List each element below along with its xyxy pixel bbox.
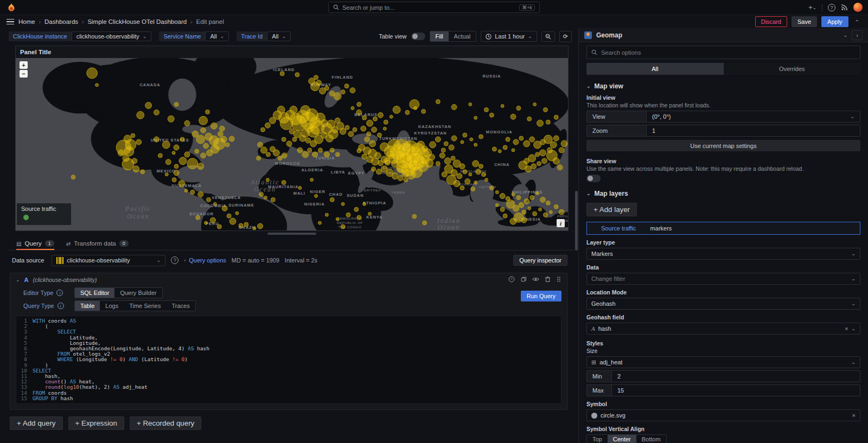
info-icon[interactable]: i bbox=[56, 290, 63, 296]
traces-option[interactable]: Traces bbox=[166, 301, 195, 311]
crumb-dashboards[interactable]: Dashboards bbox=[44, 18, 78, 25]
map-canvas[interactable]: CANADAUNITED STATESMEXICOGUATEMALAVENEZU… bbox=[16, 58, 568, 230]
add-query-button[interactable]: + Add query bbox=[10, 416, 63, 430]
zoom-input[interactable]: 1 bbox=[646, 125, 860, 137]
sql-code-line[interactable]: 1WITH coords AS bbox=[16, 318, 561, 324]
info-icon[interactable]: i bbox=[58, 303, 64, 309]
logs-option[interactable]: Logs bbox=[100, 301, 124, 311]
delete-query-icon[interactable] bbox=[545, 276, 551, 283]
user-avatar[interactable] bbox=[853, 3, 863, 12]
expand-options-button[interactable]: › bbox=[852, 30, 863, 40]
map-marker bbox=[278, 156, 282, 160]
main-scrollbar[interactable] bbox=[575, 28, 578, 443]
duplicate-query-icon[interactable] bbox=[520, 276, 527, 283]
query-inspector-button[interactable]: Query inspector bbox=[513, 255, 567, 266]
help-icon[interactable]: ? bbox=[828, 4, 835, 11]
variable-value-dropdown[interactable]: All⌄ bbox=[267, 31, 291, 41]
crumb-home[interactable]: Home bbox=[18, 18, 35, 25]
collapse-options-icon[interactable]: ⌃ bbox=[853, 18, 861, 26]
share-view-toggle[interactable] bbox=[586, 175, 601, 182]
sql-code-line[interactable]: 10SELECT bbox=[16, 368, 561, 374]
sql-editor-option[interactable]: SQL Editor bbox=[75, 288, 114, 298]
use-current-map-settings-button[interactable]: Use current map settings bbox=[586, 140, 860, 151]
crumb-dashboard-name[interactable]: Simple ClickHouse OTel Dashboard bbox=[87, 18, 187, 25]
sql-editor[interactable]: 1WITH coords AS2 (3 SELECT4 Latitude,5 L… bbox=[16, 316, 561, 404]
news-icon[interactable] bbox=[841, 4, 848, 11]
min-input[interactable]: 2 bbox=[611, 370, 860, 382]
panel-type-title[interactable]: Geomap bbox=[596, 31, 839, 39]
zoom-out-time-button[interactable] bbox=[541, 31, 555, 42]
layer-type-select[interactable]: Markers ⌄ bbox=[586, 248, 860, 260]
variable-value-dropdown[interactable]: All⌄ bbox=[205, 31, 229, 41]
expression-button[interactable]: + Expression bbox=[68, 416, 124, 430]
sql-code-line[interactable]: 11 hash, bbox=[16, 374, 561, 379]
map-marker bbox=[179, 157, 187, 165]
tab-transform-data[interactable]: ⇄ Transform data 0 bbox=[66, 240, 129, 250]
clear-icon[interactable]: × bbox=[852, 412, 856, 419]
datasource-picker[interactable]: clickhouse-observability ⌄ bbox=[52, 255, 165, 266]
grafana-logo[interactable] bbox=[7, 3, 16, 12]
sql-code-line[interactable]: 9 ) bbox=[16, 363, 561, 368]
panel-resize-handle[interactable] bbox=[267, 233, 316, 235]
map-marker bbox=[261, 127, 265, 132]
global-search-input[interactable]: Search or jump to... ⌘+k bbox=[328, 2, 540, 13]
drag-handle-icon[interactable] bbox=[556, 276, 561, 283]
layer-item-source-traffic[interactable]: Source traffic markers bbox=[586, 222, 860, 235]
tab-overrides[interactable]: Overrides bbox=[724, 63, 861, 75]
map-marker bbox=[335, 152, 340, 157]
save-button[interactable]: Save bbox=[792, 16, 817, 27]
data-filter-select[interactable]: Change filter ⌄ bbox=[586, 273, 860, 285]
query-builder-option[interactable]: Query Builder bbox=[114, 288, 162, 298]
zoom-out-button[interactable]: − bbox=[20, 70, 28, 78]
align-bottom-option[interactable]: Bottom bbox=[636, 435, 666, 443]
sql-code-line[interactable]: 15GROUP BY hash bbox=[16, 396, 561, 401]
query-options-toggle[interactable]: › Query options bbox=[184, 257, 226, 264]
fill-option[interactable]: Fill bbox=[430, 31, 449, 41]
recorded-query-button[interactable]: + Recorded query bbox=[130, 416, 201, 430]
variable-value-dropdown[interactable]: clickhouse-observability⌄ bbox=[72, 31, 152, 41]
location-mode-select[interactable]: Geohash ⌄ bbox=[586, 298, 860, 310]
zoom-in-button[interactable]: + bbox=[20, 61, 28, 69]
align-center-option[interactable]: Center bbox=[608, 435, 636, 443]
styles-label: Styles bbox=[586, 340, 860, 346]
actual-option[interactable]: Actual bbox=[449, 31, 476, 41]
time-series-option[interactable]: Time Series bbox=[124, 301, 166, 311]
table-view-toggle[interactable] bbox=[411, 33, 425, 40]
geohash-field-select[interactable]: A hash × ⌄ bbox=[586, 323, 860, 335]
tab-all[interactable]: All bbox=[586, 63, 724, 75]
add-layer-button[interactable]: + Add layer bbox=[586, 203, 637, 216]
collapse-query-icon[interactable]: ⌄ bbox=[16, 277, 20, 283]
sql-code-line[interactable]: 14FROM coords bbox=[16, 390, 561, 396]
clear-icon[interactable]: × bbox=[845, 325, 848, 332]
tab-query[interactable]: ▤ Query 1 bbox=[16, 240, 54, 250]
discard-button[interactable]: Discard bbox=[755, 16, 787, 27]
size-field-select[interactable]: ⊞ adj_heat ⌄ bbox=[586, 356, 860, 368]
sql-code-line[interactable]: 2 ( bbox=[16, 324, 561, 329]
sql-code-line[interactable]: 3 SELECT bbox=[16, 329, 561, 335]
chevron-down-icon[interactable]: ⌄ bbox=[843, 33, 847, 38]
menu-toggle-icon[interactable] bbox=[7, 19, 14, 25]
run-query-button[interactable]: Run Query bbox=[521, 291, 561, 301]
layer-name[interactable]: Source traffic bbox=[601, 225, 636, 232]
map-attribution-icon[interactable]: i bbox=[557, 219, 565, 227]
time-range-picker[interactable]: Last 1 hour ⌄ bbox=[481, 31, 537, 42]
add-menu-button[interactable]: + ⌄ bbox=[808, 4, 816, 11]
sql-code-line[interactable]: 13 round(log10(heat), 2) AS adj_heat bbox=[16, 384, 561, 390]
hide-query-icon[interactable] bbox=[532, 276, 539, 283]
query-help-icon[interactable]: ? bbox=[508, 276, 515, 283]
section-map-view[interactable]: ⌄ Map view bbox=[586, 82, 860, 90]
map-marker bbox=[174, 164, 178, 169]
query-ref-id[interactable]: A bbox=[24, 277, 29, 283]
datasource-help-icon[interactable]: ? bbox=[171, 256, 178, 264]
refresh-button[interactable]: ⟳ bbox=[559, 31, 572, 42]
table-option[interactable]: Table bbox=[75, 301, 100, 311]
apply-button[interactable]: Apply bbox=[821, 16, 848, 27]
section-map-layers[interactable]: ⌄ Map layers bbox=[586, 190, 860, 197]
max-input[interactable]: 15 bbox=[611, 384, 860, 396]
panel-title[interactable]: Panel Title bbox=[16, 46, 568, 58]
align-top-option[interactable]: Top bbox=[587, 435, 608, 443]
sql-code-line[interactable]: 8 WHERE (Longitude != 0) AND (Latitude !… bbox=[16, 357, 561, 362]
view-select[interactable]: (0°, 0°) ⌄ bbox=[646, 111, 860, 123]
options-search-input[interactable]: Search options bbox=[586, 46, 860, 59]
symbol-select[interactable]: circle.svg × bbox=[586, 409, 860, 421]
